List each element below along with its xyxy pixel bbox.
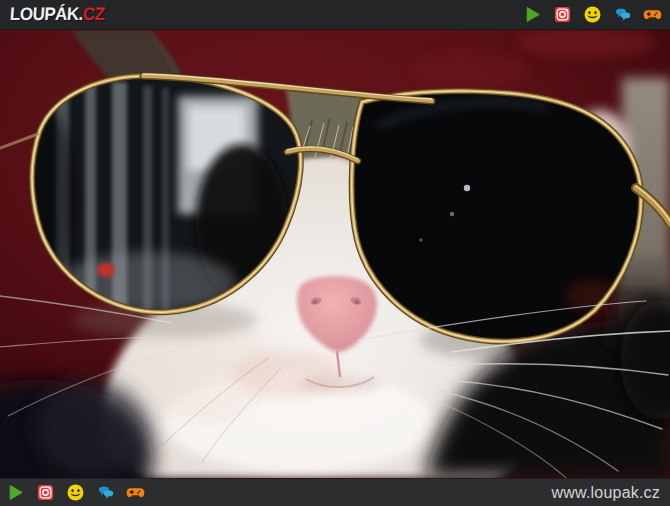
play-icon[interactable]	[523, 5, 542, 24]
play-icon[interactable]	[6, 483, 25, 502]
instagram-icon[interactable]	[36, 483, 55, 502]
site-logo[interactable]: LOUPÁK.CZ	[9, 5, 105, 23]
gamepad-icon[interactable]	[643, 5, 662, 24]
chat-icon[interactable]	[96, 483, 115, 502]
instagram-icon[interactable]	[553, 5, 572, 24]
header-icon-bar	[523, 5, 662, 24]
logo-text-red: CZ	[82, 5, 105, 23]
logo-text-white: LOUPÁK.	[9, 5, 83, 23]
footer-url[interactable]: www.loupak.cz	[552, 484, 660, 502]
right-lens	[352, 91, 641, 341]
chat-icon[interactable]	[613, 5, 632, 24]
smiley-icon[interactable]	[583, 5, 602, 24]
gamepad-icon[interactable]	[126, 483, 145, 502]
smiley-icon[interactable]	[66, 483, 85, 502]
page: LOUPÁK.CZ	[0, 0, 670, 506]
footer-bar: www.loupak.cz	[0, 478, 670, 506]
footer-icon-bar	[6, 483, 145, 502]
header-bar: LOUPÁK.CZ	[0, 0, 670, 30]
cat-photo	[0, 30, 670, 478]
